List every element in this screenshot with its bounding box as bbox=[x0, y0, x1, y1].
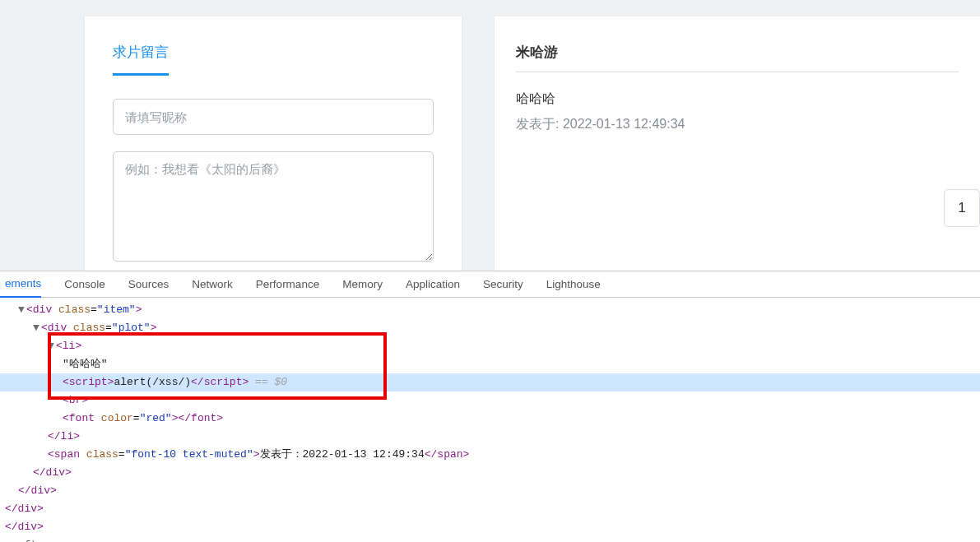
dom-node[interactable]: <span class="font-10 text-muted">发表于：202… bbox=[0, 446, 980, 464]
dom-node[interactable]: </div> bbox=[0, 464, 980, 482]
dom-node[interactable]: </div> bbox=[0, 500, 980, 518]
tab-lighthouse[interactable]: Lighthouse bbox=[546, 271, 601, 298]
tab-performance[interactable]: Performance bbox=[256, 271, 319, 298]
dom-node[interactable]: ▼<div class="item"> bbox=[0, 301, 980, 319]
tab-console[interactable]: Console bbox=[64, 271, 105, 298]
devtools-panel: ements Console Sources Network Performan… bbox=[0, 271, 980, 542]
tab-request-movie[interactable]: 求片留言 bbox=[113, 43, 169, 76]
dom-node[interactable]: <br> bbox=[0, 391, 980, 410]
comment-timestamp: 发表于: 2022-01-13 12:49:34 bbox=[516, 116, 959, 133]
dom-node[interactable]: ▼<li> bbox=[0, 337, 980, 355]
dom-node[interactable]: </div> bbox=[0, 518, 980, 536]
tab-sources[interactable]: Sources bbox=[128, 271, 170, 298]
elements-tree[interactable]: ▼<div class="item"> ▼<div class="plot"> … bbox=[0, 298, 980, 542]
tab-application[interactable]: Application bbox=[406, 271, 460, 298]
dom-node[interactable]: ▼<div class="plot"> bbox=[0, 319, 980, 337]
dom-pseudo-after[interactable]: ::after bbox=[0, 536, 980, 542]
comment-content: 哈哈哈 bbox=[516, 72, 959, 108]
tab-memory[interactable]: Memory bbox=[342, 271, 383, 298]
pagination: 1 bbox=[944, 189, 980, 227]
tab-network[interactable]: Network bbox=[192, 271, 233, 298]
nickname-input[interactable] bbox=[113, 99, 434, 135]
tab-elements[interactable]: ements bbox=[0, 271, 41, 298]
comment-user-name: 米哈游 bbox=[516, 43, 959, 72]
dom-node-selected[interactable]: <script>alert(/xss/)</script> == $0 bbox=[0, 373, 980, 391]
dom-node[interactable]: </div> bbox=[0, 482, 980, 500]
message-form-card: 求片留言 bbox=[85, 16, 462, 271]
message-textarea[interactable] bbox=[113, 151, 434, 262]
dom-node[interactable]: <font color="red"></font> bbox=[0, 410, 980, 428]
page-content: 求片留言 米哈游 哈哈哈 发表于: 2022-01-13 12:49:34 1 bbox=[0, 0, 980, 271]
form-tab-bar: 求片留言 bbox=[113, 43, 434, 76]
tab-security[interactable]: Security bbox=[483, 271, 523, 298]
dom-node[interactable]: </li> bbox=[0, 428, 980, 446]
page-1-button[interactable]: 1 bbox=[944, 189, 980, 227]
devtools-tabbar: ements Console Sources Network Performan… bbox=[0, 271, 980, 298]
comment-card: 米哈游 哈哈哈 发表于: 2022-01-13 12:49:34 1 bbox=[495, 16, 980, 271]
dom-text[interactable]: "哈哈哈" bbox=[0, 355, 980, 373]
